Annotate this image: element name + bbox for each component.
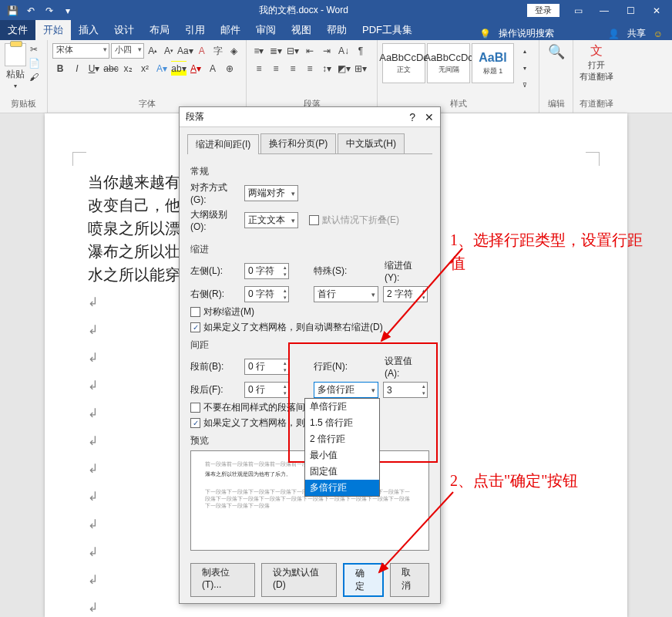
dialog-titlebar[interactable]: 段落 ? ✕: [180, 107, 440, 127]
share-button[interactable]: 共享: [627, 27, 646, 40]
char-border-icon[interactable]: A: [205, 61, 220, 76]
align-left-icon[interactable]: ≡: [251, 61, 267, 76]
login-button[interactable]: 登录: [527, 4, 559, 17]
numbering-icon[interactable]: ≣▾: [268, 43, 284, 59]
tab-design[interactable]: 设计: [106, 20, 142, 40]
tab-mailings[interactable]: 邮件: [213, 20, 248, 40]
increase-indent-icon[interactable]: ⇥: [319, 43, 334, 59]
alignment-select[interactable]: 两端对齐: [244, 185, 298, 201]
justify-icon[interactable]: ≡: [302, 61, 318, 76]
line-spacing-select[interactable]: 多倍行距: [314, 382, 378, 398]
nosame-checkbox[interactable]: [190, 403, 200, 413]
style-normal[interactable]: AaBbCcDc 正文: [382, 43, 425, 83]
tabstops-button[interactable]: 制表位(T)...: [190, 563, 255, 597]
close-icon[interactable]: ✕: [644, 2, 669, 19]
styles-down-icon[interactable]: ▾: [517, 60, 533, 76]
tab-review[interactable]: 审阅: [248, 20, 284, 40]
change-case-icon[interactable]: Aa▾: [177, 43, 193, 59]
style-heading1[interactable]: AaBl 标题 1: [472, 43, 514, 83]
before-spin[interactable]: 0 行: [244, 359, 289, 375]
right-indent-spin[interactable]: 0 字符: [244, 286, 289, 302]
strikethrough-icon[interactable]: abc: [103, 61, 119, 76]
copy-icon[interactable]: 📄: [28, 57, 40, 69]
shading-icon[interactable]: ◩▾: [336, 61, 351, 76]
style-no-spacing[interactable]: AaBbCcDc 无间隔: [427, 43, 470, 83]
borders-icon[interactable]: ⊞▾: [353, 61, 368, 76]
text-effects-icon[interactable]: A▾: [154, 61, 170, 76]
dropdown-item-selected[interactable]: 多倍行距: [305, 480, 379, 496]
phonetic-icon[interactable]: A: [194, 43, 209, 59]
dropdown-item[interactable]: 2 倍行距: [305, 431, 379, 447]
align-center-icon[interactable]: ≡: [268, 61, 284, 76]
ok-button[interactable]: 确定: [343, 563, 384, 597]
maximize-icon[interactable]: ☐: [618, 2, 643, 19]
dialog-close-icon[interactable]: ✕: [425, 111, 434, 123]
subscript-icon[interactable]: x₂: [120, 61, 136, 76]
styles-up-icon[interactable]: ▴: [517, 43, 533, 59]
align-right-icon[interactable]: ≡: [285, 61, 301, 76]
set-default-button[interactable]: 设为默认值(D): [261, 563, 337, 597]
setval-spin[interactable]: 3: [383, 382, 428, 398]
grid-indent-checkbox[interactable]: ✓: [190, 322, 200, 332]
tab-layout[interactable]: 布局: [142, 20, 177, 40]
dropdown-item[interactable]: 最小值: [305, 447, 379, 464]
enclose-icon[interactable]: ◈: [227, 43, 241, 59]
paste-button[interactable]: 粘贴 ▾: [5, 43, 26, 89]
shrink-font-icon[interactable]: A▾: [162, 43, 176, 59]
help-icon[interactable]: ?: [409, 111, 415, 123]
font-size-select[interactable]: 小四: [111, 43, 143, 59]
line-spacing-dropdown[interactable]: 单倍行距 1.5 倍行距 2 倍行距 最小值 固定值 多倍行距: [304, 398, 380, 497]
document-body[interactable]: 当你越来越有 改变自己，他 喷泉之所以漂 瀑布之所以壮 水之所以能穿 ↲ ↲ ↲…: [88, 170, 180, 617]
italic-icon[interactable]: I: [69, 61, 85, 76]
dropdown-item[interactable]: 固定值: [305, 464, 379, 480]
clear-format-icon[interactable]: 字: [210, 43, 225, 59]
indent-value-spin[interactable]: 2 字符: [383, 286, 428, 302]
tab-references[interactable]: 引用: [177, 20, 213, 40]
tab-insert[interactable]: 插入: [71, 20, 106, 40]
ribbon-display-icon[interactable]: ▭: [566, 2, 590, 19]
cancel-button[interactable]: 取消: [390, 563, 429, 597]
char-shading-icon[interactable]: ⊕: [222, 61, 237, 76]
after-spin[interactable]: 0 行: [244, 382, 289, 398]
special-select[interactable]: 首行: [314, 286, 378, 302]
redo-icon[interactable]: ↷: [42, 3, 57, 19]
multilevel-icon[interactable]: ⊟▾: [285, 43, 301, 59]
font-color-icon[interactable]: A▾: [188, 61, 203, 76]
bold-icon[interactable]: B: [52, 61, 68, 76]
highlight-icon[interactable]: ab▾: [171, 61, 186, 76]
face-icon[interactable]: ☺: [654, 29, 663, 39]
tab-pdf[interactable]: PDF工具集: [354, 20, 420, 40]
dropdown-item[interactable]: 1.5 倍行距: [305, 415, 379, 431]
dropdown-item[interactable]: 单倍行距: [305, 399, 379, 415]
styles-more-icon[interactable]: ⊽: [517, 77, 533, 93]
font-name-select[interactable]: 宋体: [52, 43, 109, 59]
tab-help[interactable]: 帮助: [319, 20, 354, 40]
tab-home[interactable]: 开始: [35, 20, 71, 40]
sort-icon[interactable]: A↓: [336, 43, 351, 59]
tab-asian-typography[interactable]: 中文版式(H): [338, 133, 405, 153]
underline-icon[interactable]: U▾: [86, 61, 102, 76]
grow-font-icon[interactable]: A▴: [146, 43, 160, 59]
collapse-checkbox[interactable]: [309, 215, 319, 225]
superscript-icon[interactable]: x²: [137, 61, 153, 76]
left-indent-spin[interactable]: 0 字符: [244, 263, 289, 279]
tab-indent-spacing[interactable]: 缩进和间距(I): [187, 134, 259, 154]
tab-line-page-breaks[interactable]: 换行和分页(P): [260, 133, 336, 153]
grid-space-checkbox[interactable]: ✓: [190, 418, 200, 428]
tell-me-search[interactable]: 操作说明搜索: [499, 27, 554, 40]
mirror-checkbox[interactable]: [190, 307, 200, 317]
outline-select[interactable]: 正文文本: [244, 212, 298, 228]
bullets-icon[interactable]: ≡▾: [251, 43, 267, 59]
minimize-icon[interactable]: —: [592, 2, 617, 19]
line-spacing-icon[interactable]: ↕▾: [319, 61, 334, 76]
format-painter-icon[interactable]: 🖌: [28, 71, 40, 83]
undo-icon[interactable]: ↶: [23, 3, 39, 19]
tab-file[interactable]: 文件: [0, 20, 35, 40]
save-icon[interactable]: 💾: [5, 3, 20, 19]
show-marks-icon[interactable]: ¶: [353, 43, 368, 59]
tab-view[interactable]: 视图: [284, 20, 319, 40]
cut-icon[interactable]: ✂: [28, 43, 40, 56]
decrease-indent-icon[interactable]: ⇤: [302, 43, 318, 59]
edit-label[interactable]: 编辑: [544, 98, 568, 111]
qat-dropdown-icon[interactable]: ▾: [60, 3, 76, 19]
